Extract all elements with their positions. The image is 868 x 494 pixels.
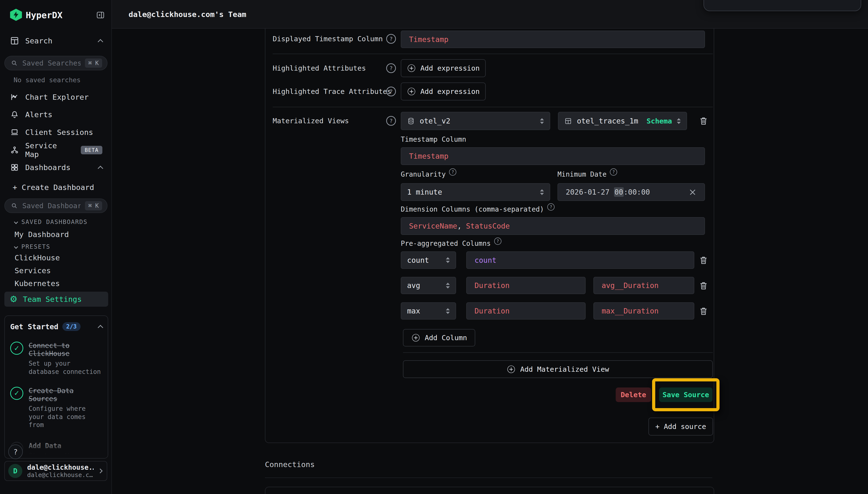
delete-column-button[interactable] <box>698 305 709 317</box>
field-value: max__Duration <box>602 307 659 315</box>
help-icon[interactable]: ? <box>386 63 396 73</box>
delete-materialized-view-button[interactable] <box>698 115 709 127</box>
preagg-fn-select[interactable]: max <box>401 302 456 320</box>
dimension-columns-input[interactable]: ServiceName, StatusCode <box>401 217 705 235</box>
saved-dashboards-input[interactable]: ⌘ K <box>4 198 108 213</box>
user-name: dale@clickhouse.… <box>27 463 94 471</box>
sidebar-item-service-map[interactable]: Service Map BETA <box>10 145 102 155</box>
delete-column-button[interactable] <box>698 280 709 291</box>
section-saved-dashboards[interactable]: SAVED DASHBOARDS <box>15 218 88 225</box>
add-trace-expression-button[interactable]: Add expression <box>401 82 486 100</box>
sidebar-item-chart-explorer[interactable]: Chart Explorer <box>10 92 102 102</box>
minimum-date-input[interactable]: 2026-01-27 00:00:00 <box>558 183 705 201</box>
delete-source-button[interactable]: Delete <box>616 387 651 402</box>
create-dashboard-button[interactable]: + Create Dashboard <box>13 182 105 193</box>
preagg-alias-input[interactable]: avg__Duration <box>593 277 694 294</box>
preagg-expr-input[interactable]: Duration <box>466 277 586 294</box>
sidebar-item-services[interactable]: Services <box>15 266 51 275</box>
team-settings-label: Team Settings <box>23 295 82 304</box>
field-value: ServiceName <box>409 222 457 230</box>
preagg-fn-select[interactable]: avg <box>401 277 456 294</box>
sidebar-item-clickhouse[interactable]: ClickHouse <box>15 253 60 262</box>
field-value: avg__Duration <box>602 281 659 290</box>
section-presets[interactable]: PRESETS <box>15 243 50 250</box>
button-label: Delete <box>621 391 646 399</box>
granularity-select[interactable]: 1 minute <box>401 183 550 201</box>
user-email: dale@clickhouse.c… <box>27 471 94 478</box>
selected-time-segment: 00 <box>614 187 624 197</box>
help-icon[interactable]: ? <box>386 34 396 44</box>
sidebar-item-my-dashboard[interactable]: My Dashboard <box>15 230 69 239</box>
preagg-alias-input[interactable]: max__Duration <box>593 302 694 320</box>
user-menu[interactable]: D dale@clickhouse.… dale@clickhouse.c… <box>4 461 107 481</box>
saved-dashboards-field[interactable] <box>22 202 80 210</box>
sidebar-item-label: Chart Explorer <box>25 93 89 101</box>
trash-icon <box>699 116 708 126</box>
plus-circle-icon <box>412 334 420 341</box>
preagg-expr-input[interactable]: count <box>466 251 694 269</box>
select-chevrons-icon <box>677 118 681 124</box>
progress-badge: 2/3 <box>62 322 80 331</box>
help-button[interactable]: ? <box>8 444 23 459</box>
brand-title: HyperDX <box>26 10 63 20</box>
highlighted-attributes-label: Highlighted Attributes <box>273 63 366 74</box>
highlighted-trace-attributes-label: Highlighted Trace Attributes <box>273 86 391 97</box>
sidebar-item-label: Service Map <box>25 141 75 159</box>
mv-database-select[interactable]: otel_v2 <box>401 112 550 130</box>
select-value: avg <box>407 281 420 290</box>
divider <box>273 107 713 107</box>
mv-table-select[interactable]: otel_traces_1m Schema <box>558 112 687 130</box>
get-started-step-1[interactable]: ✓ Connect to ClickHouse Set up your data… <box>10 342 102 376</box>
divider <box>273 54 713 54</box>
field-value: Timestamp <box>409 35 448 44</box>
add-materialized-view-button[interactable]: Add Materialized View <box>403 360 713 378</box>
page: HyperDX Search ⌘ K No saved searches <box>0 0 868 494</box>
help-icon[interactable]: ? <box>547 203 555 211</box>
displayed-timestamp-input[interactable]: Timestamp <box>401 31 705 48</box>
sidebar: HyperDX Search ⌘ K No saved searches <box>0 0 112 494</box>
help-icon[interactable]: ? <box>494 238 501 245</box>
trash-icon <box>699 255 708 265</box>
sidebar-item-client-sessions[interactable]: Client Sessions <box>10 127 102 137</box>
step-title: Create Data Sources <box>28 387 102 403</box>
saved-searches-input[interactable]: ⌘ K <box>4 56 108 70</box>
sidebar-item-dashboards[interactable]: Dashboards <box>10 162 102 173</box>
get-started-card: Get Started 2/3 ✓ Connect to ClickHouse … <box>4 316 108 459</box>
add-expression-button[interactable]: Add expression <box>401 59 486 77</box>
select-chevrons-icon <box>540 189 544 195</box>
plus-circle-icon <box>507 365 515 373</box>
sidebar-item-alerts[interactable]: Alerts <box>10 109 102 120</box>
delete-column-button[interactable] <box>698 254 709 266</box>
preagg-fn-select[interactable]: count <box>401 251 456 269</box>
help-icon[interactable]: ? <box>610 168 617 176</box>
help-icon[interactable]: ? <box>449 168 456 176</box>
add-source-button[interactable]: + Add source <box>649 418 713 436</box>
help-icon[interactable]: ? <box>386 87 396 96</box>
schema-badge[interactable]: Schema <box>647 117 672 125</box>
save-source-button[interactable]: Save Source <box>659 387 713 402</box>
kbd-shortcut: ⌘ K <box>85 58 102 68</box>
clear-date-icon[interactable] <box>689 188 697 196</box>
sidebar-item-team-settings[interactable]: ⚙ Team Settings <box>4 292 108 307</box>
bell-icon <box>10 110 19 119</box>
step-desc: Set up your database connection <box>28 360 102 376</box>
avatar: D <box>8 464 22 478</box>
timestamp-column-input[interactable]: Timestamp <box>401 147 705 165</box>
field-value: Duration <box>475 281 510 290</box>
search-section-icon <box>10 36 19 45</box>
help-icon[interactable]: ? <box>386 116 396 126</box>
add-column-button[interactable]: Add Column <box>403 329 475 346</box>
connections-heading: Connections <box>265 460 315 469</box>
collapse-sidebar-icon <box>96 11 105 19</box>
get-started-step-2[interactable]: ✓ Create Data Sources Configure where yo… <box>10 387 102 429</box>
section-label: PRESETS <box>21 243 50 250</box>
select-chevrons-icon <box>540 118 544 124</box>
preagg-expr-input[interactable]: Duration <box>466 302 586 320</box>
sidebar-collapse-button[interactable] <box>96 11 105 19</box>
chevron-up-icon[interactable] <box>98 325 103 330</box>
saved-searches-field[interactable] <box>22 59 80 67</box>
sidebar-item-kubernetes[interactable]: Kubernetes <box>15 279 60 288</box>
button-label: Add Materialized View <box>520 365 609 374</box>
sidebar-item-search[interactable]: Search <box>10 35 102 46</box>
separator: , <box>457 222 466 230</box>
